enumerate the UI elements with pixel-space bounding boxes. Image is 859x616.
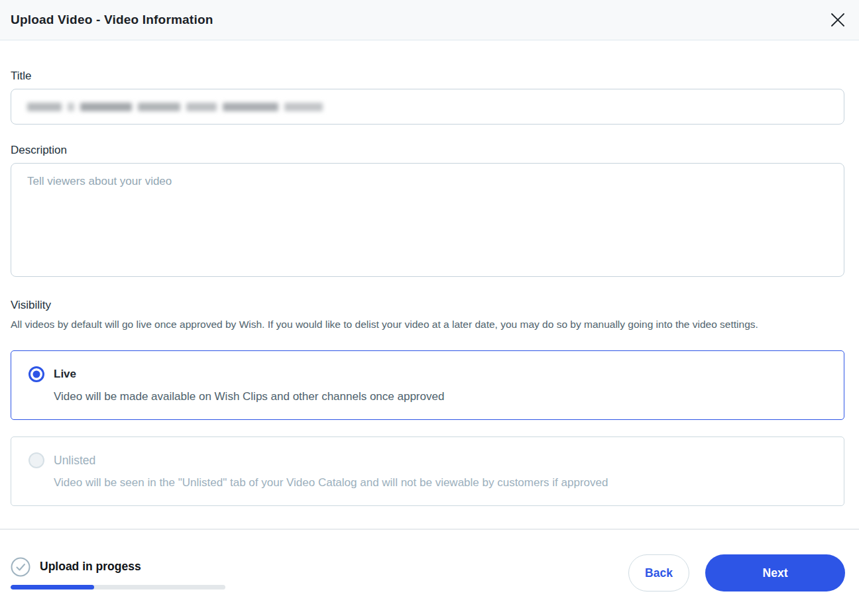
close-icon [829, 11, 846, 28]
close-button[interactable] [828, 10, 848, 30]
visibility-help-text: All videos by default will go live once … [11, 317, 813, 332]
description-label: Description [11, 144, 844, 157]
upload-status-text: Upload in progess [40, 560, 141, 574]
visibility-label: Visibility [11, 299, 844, 312]
check-circle-icon [11, 557, 30, 577]
dialog-title: Upload Video - Video Information [11, 13, 213, 27]
option-unlisted-description: Video will be seen in the "Unlisted" tab… [54, 476, 828, 489]
visibility-option-unlisted[interactable]: Unlisted Video will be seen in the "Unli… [11, 436, 844, 506]
title-input[interactable] [11, 89, 844, 125]
radio-selected-icon[interactable] [29, 366, 44, 382]
dialog-footer: Upload in progess Back Next [0, 554, 859, 591]
title-redacted-value [27, 101, 329, 112]
back-button[interactable]: Back [628, 554, 689, 591]
upload-progress-bar [11, 585, 225, 590]
visibility-option-live[interactable]: Live Video will be made available on Wis… [11, 350, 844, 420]
option-live-description: Video will be made available on Wish Cli… [54, 390, 828, 403]
next-button[interactable]: Next [705, 554, 845, 591]
title-label: Title [11, 70, 844, 83]
footer-divider [0, 529, 859, 530]
description-textarea[interactable] [11, 163, 844, 277]
dialog-header: Upload Video - Video Information [0, 0, 859, 40]
option-live-label: Live [54, 368, 76, 381]
radio-unselected-icon[interactable] [29, 452, 44, 468]
dialog-body: Title Description Visibility All videos … [0, 70, 859, 506]
upload-status: Upload in progess [11, 557, 225, 590]
option-unlisted-label: Unlisted [54, 454, 95, 468]
progress-fill [11, 585, 94, 590]
